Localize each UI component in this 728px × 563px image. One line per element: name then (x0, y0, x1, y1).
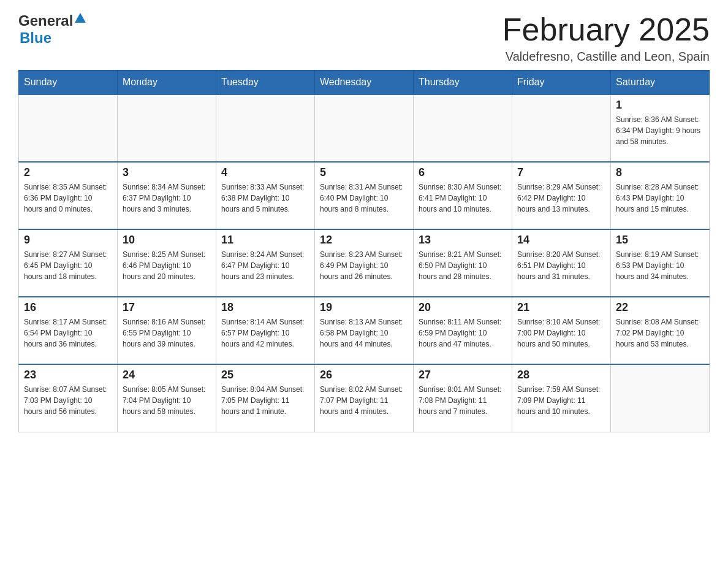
calendar-cell: 8Sunrise: 8:28 AM Sunset: 6:43 PM Daylig… (611, 162, 710, 229)
day-number: 28 (517, 369, 605, 381)
day-info: Sunrise: 8:28 AM Sunset: 6:43 PM Dayligh… (616, 182, 704, 215)
day-number: 27 (419, 369, 507, 381)
calendar-cell: 27Sunrise: 8:01 AM Sunset: 7:08 PM Dayli… (414, 364, 512, 432)
day-number: 9 (24, 234, 112, 247)
day-header-friday: Friday (512, 71, 611, 95)
calendar-cell: 14Sunrise: 8:20 AM Sunset: 6:51 PM Dayli… (512, 229, 611, 297)
day-info: Sunrise: 8:14 AM Sunset: 6:57 PM Dayligh… (221, 316, 309, 350)
page-header: General Blue February 2025 Valdefresno, … (18, 12, 710, 64)
calendar-cell: 24Sunrise: 8:05 AM Sunset: 7:04 PM Dayli… (118, 364, 216, 432)
day-info: Sunrise: 8:35 AM Sunset: 6:36 PM Dayligh… (24, 182, 112, 215)
calendar-cell: 3Sunrise: 8:34 AM Sunset: 6:37 PM Daylig… (118, 162, 216, 229)
day-number: 1 (616, 99, 704, 112)
logo-blue-text: Blue (20, 29, 51, 47)
day-info: Sunrise: 8:23 AM Sunset: 6:49 PM Dayligh… (320, 249, 408, 282)
day-number: 14 (517, 234, 605, 247)
day-info: Sunrise: 8:05 AM Sunset: 7:04 PM Dayligh… (123, 384, 211, 417)
calendar-cell: 7Sunrise: 8:29 AM Sunset: 6:42 PM Daylig… (512, 162, 611, 229)
day-info: Sunrise: 8:16 AM Sunset: 6:55 PM Dayligh… (123, 316, 211, 350)
calendar-cell: 26Sunrise: 8:02 AM Sunset: 7:07 PM Dayli… (315, 364, 414, 432)
day-info: Sunrise: 7:59 AM Sunset: 7:09 PM Dayligh… (517, 384, 605, 417)
day-info: Sunrise: 8:20 AM Sunset: 6:51 PM Dayligh… (517, 249, 605, 282)
day-number: 15 (616, 234, 704, 247)
day-header-tuesday: Tuesday (216, 71, 315, 95)
calendar-cell (512, 94, 611, 162)
day-number: 25 (221, 369, 309, 381)
calendar-cell: 5Sunrise: 8:31 AM Sunset: 6:40 PM Daylig… (315, 162, 414, 229)
calendar-cell: 4Sunrise: 8:33 AM Sunset: 6:38 PM Daylig… (216, 162, 315, 229)
day-header-wednesday: Wednesday (315, 71, 414, 95)
calendar-cell: 2Sunrise: 8:35 AM Sunset: 6:36 PM Daylig… (19, 162, 118, 229)
day-number: 19 (320, 301, 408, 314)
day-header-thursday: Thursday (414, 71, 512, 95)
calendar-week-row: 9Sunrise: 8:27 AM Sunset: 6:45 PM Daylig… (19, 229, 710, 297)
title-block: February 2025 Valdefresno, Castille and … (502, 12, 710, 64)
calendar-table: SundayMondayTuesdayWednesdayThursdayFrid… (18, 70, 710, 432)
day-number: 8 (616, 166, 704, 179)
calendar-cell: 11Sunrise: 8:24 AM Sunset: 6:47 PM Dayli… (216, 229, 315, 297)
day-info: Sunrise: 8:10 AM Sunset: 7:00 PM Dayligh… (517, 316, 605, 350)
calendar-cell (118, 94, 216, 162)
day-info: Sunrise: 8:02 AM Sunset: 7:07 PM Dayligh… (320, 384, 408, 417)
day-number: 13 (419, 234, 507, 247)
day-number: 2 (24, 166, 112, 179)
day-info: Sunrise: 8:21 AM Sunset: 6:50 PM Dayligh… (419, 249, 507, 282)
calendar-header-row: SundayMondayTuesdayWednesdayThursdayFrid… (19, 71, 710, 95)
location-title: Valdefresno, Castille and Leon, Spain (502, 50, 710, 64)
calendar-cell (414, 94, 512, 162)
day-info: Sunrise: 8:08 AM Sunset: 7:02 PM Dayligh… (616, 316, 704, 350)
calendar-cell: 12Sunrise: 8:23 AM Sunset: 6:49 PM Dayli… (315, 229, 414, 297)
calendar-cell (19, 94, 118, 162)
calendar-week-row: 16Sunrise: 8:17 AM Sunset: 6:54 PM Dayli… (19, 297, 710, 364)
calendar-week-row: 2Sunrise: 8:35 AM Sunset: 6:36 PM Daylig… (19, 162, 710, 229)
calendar-cell: 17Sunrise: 8:16 AM Sunset: 6:55 PM Dayli… (118, 297, 216, 364)
day-info: Sunrise: 8:27 AM Sunset: 6:45 PM Dayligh… (24, 249, 112, 282)
calendar-cell: 25Sunrise: 8:04 AM Sunset: 7:05 PM Dayli… (216, 364, 315, 432)
day-number: 12 (320, 234, 408, 247)
calendar-cell: 10Sunrise: 8:25 AM Sunset: 6:46 PM Dayli… (118, 229, 216, 297)
day-info: Sunrise: 8:33 AM Sunset: 6:38 PM Dayligh… (221, 182, 309, 215)
calendar-cell: 15Sunrise: 8:19 AM Sunset: 6:53 PM Dayli… (611, 229, 710, 297)
day-info: Sunrise: 8:30 AM Sunset: 6:41 PM Dayligh… (419, 182, 507, 215)
calendar-week-row: 23Sunrise: 8:07 AM Sunset: 7:03 PM Dayli… (19, 364, 710, 432)
day-info: Sunrise: 8:17 AM Sunset: 6:54 PM Dayligh… (24, 316, 112, 350)
day-number: 10 (123, 234, 211, 247)
day-header-saturday: Saturday (611, 71, 710, 95)
day-number: 4 (221, 166, 309, 179)
day-info: Sunrise: 8:07 AM Sunset: 7:03 PM Dayligh… (24, 384, 112, 417)
day-number: 6 (419, 166, 507, 179)
day-info: Sunrise: 8:24 AM Sunset: 6:47 PM Dayligh… (221, 249, 309, 282)
calendar-cell: 28Sunrise: 7:59 AM Sunset: 7:09 PM Dayli… (512, 364, 611, 432)
day-header-monday: Monday (118, 71, 216, 95)
logo-triangle-icon (75, 13, 86, 23)
day-info: Sunrise: 8:01 AM Sunset: 7:08 PM Dayligh… (419, 384, 507, 417)
logo: General Blue (18, 12, 86, 47)
day-number: 24 (123, 369, 211, 381)
calendar-cell (315, 94, 414, 162)
day-number: 3 (123, 166, 211, 179)
day-info: Sunrise: 8:19 AM Sunset: 6:53 PM Dayligh… (616, 249, 704, 282)
day-number: 18 (221, 301, 309, 314)
calendar-cell (611, 364, 710, 432)
calendar-cell: 16Sunrise: 8:17 AM Sunset: 6:54 PM Dayli… (19, 297, 118, 364)
day-info: Sunrise: 8:29 AM Sunset: 6:42 PM Dayligh… (517, 182, 605, 215)
day-header-sunday: Sunday (19, 71, 118, 95)
day-number: 23 (24, 369, 112, 381)
day-number: 7 (517, 166, 605, 179)
day-number: 16 (24, 301, 112, 314)
day-info: Sunrise: 8:25 AM Sunset: 6:46 PM Dayligh… (123, 249, 211, 282)
day-info: Sunrise: 8:36 AM Sunset: 6:34 PM Dayligh… (616, 114, 704, 147)
day-number: 20 (419, 301, 507, 314)
day-number: 26 (320, 369, 408, 381)
day-number: 22 (616, 301, 704, 314)
calendar-cell (216, 94, 315, 162)
day-number: 21 (517, 301, 605, 314)
day-number: 5 (320, 166, 408, 179)
calendar-cell: 1Sunrise: 8:36 AM Sunset: 6:34 PM Daylig… (611, 94, 710, 162)
calendar-cell: 18Sunrise: 8:14 AM Sunset: 6:57 PM Dayli… (216, 297, 315, 364)
calendar-cell: 9Sunrise: 8:27 AM Sunset: 6:45 PM Daylig… (19, 229, 118, 297)
day-info: Sunrise: 8:34 AM Sunset: 6:37 PM Dayligh… (123, 182, 211, 215)
day-info: Sunrise: 8:31 AM Sunset: 6:40 PM Dayligh… (320, 182, 408, 215)
day-info: Sunrise: 8:11 AM Sunset: 6:59 PM Dayligh… (419, 316, 507, 350)
calendar-cell: 13Sunrise: 8:21 AM Sunset: 6:50 PM Dayli… (414, 229, 512, 297)
